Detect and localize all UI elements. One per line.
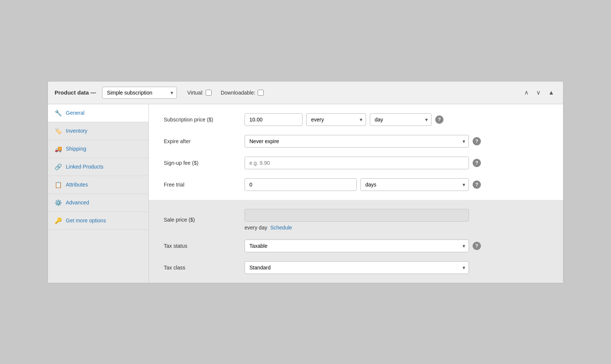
product-data-panel: Product data — Simple subscription Virtu… [47, 81, 564, 283]
subscription-price-label: Subscription price ($) [164, 117, 239, 123]
tax-status-controls: Taxable ? [245, 240, 548, 252]
header-arrows: ∧ ∨ ▲ [522, 87, 556, 98]
wrench-icon: 🔧 [55, 109, 62, 117]
arrow-down-button[interactable]: ∨ [534, 87, 543, 98]
sidebar-item-attributes[interactable]: 📋 Attributes [48, 176, 148, 194]
product-data-header: Product data — Simple subscription Virtu… [48, 81, 563, 104]
every-day-text: every day [245, 225, 267, 231]
schedule-link[interactable]: Schedule [270, 225, 292, 231]
subscription-price-controls: every day ? [245, 113, 548, 126]
free-trial-label: Free trial [164, 182, 239, 188]
sale-price-row: Sale price ($) every day Schedule [164, 209, 548, 231]
expire-after-help-icon[interactable]: ? [473, 137, 481, 145]
free-trial-controls: days ? [245, 178, 548, 191]
main-content: 🔧 General 🏷️ Inventory 🚚 Shipping 🔗 Link… [48, 104, 563, 283]
tax-status-label: Tax status [164, 243, 239, 249]
downloadable-checkbox-label[interactable]: Downloadable: [221, 90, 264, 96]
sidebar-item-linked-products[interactable]: 🔗 Linked Products [48, 158, 148, 176]
sale-section: Sale price ($) every day Schedule Tax st… [149, 200, 563, 283]
sidebar-item-get-more-options[interactable]: 🔑 Get more options [48, 212, 148, 230]
sidebar-label-linked-products: Linked Products [66, 164, 103, 170]
days-select-wrapper[interactable]: days [360, 178, 469, 191]
sidebar-item-advanced[interactable]: ⚙️ Advanced [48, 194, 148, 212]
inventory-icon: 🏷️ [55, 127, 62, 135]
tax-status-help-icon[interactable]: ? [473, 242, 481, 250]
key-icon: 🔑 [55, 217, 62, 224]
expire-after-select[interactable]: Never expire [245, 135, 469, 148]
signup-fee-controls: ? [245, 157, 548, 169]
sidebar-label-advanced: Advanced [66, 200, 89, 206]
subscription-price-row: Subscription price ($) every day [164, 113, 548, 126]
attributes-icon: 📋 [55, 181, 62, 188]
every-select-wrapper[interactable]: every [306, 113, 366, 126]
tax-class-row: Tax class Standard [164, 261, 548, 274]
product-type-wrapper[interactable]: Simple subscription [102, 87, 177, 99]
tax-class-label: Tax class [164, 265, 239, 271]
sidebar-label-attributes: Attributes [66, 182, 88, 188]
shipping-icon: 🚚 [55, 145, 62, 152]
signup-fee-input[interactable] [245, 157, 469, 169]
sidebar-label-general: General [66, 110, 85, 116]
sidebar-label-inventory: Inventory [66, 128, 87, 134]
signup-fee-label: Sign-up fee ($) [164, 160, 239, 166]
subscription-price-help-icon[interactable]: ? [435, 115, 443, 124]
signup-fee-row: Sign-up fee ($) ? [164, 157, 548, 169]
tax-status-select[interactable]: Taxable [245, 240, 469, 252]
tax-class-select-wrapper[interactable]: Standard [245, 261, 469, 274]
subscription-price-input[interactable] [245, 113, 303, 126]
day-select-wrapper[interactable]: day [370, 113, 432, 126]
collapse-button[interactable]: ▲ [546, 88, 556, 98]
sidebar-label-get-more-options: Get more options [66, 218, 106, 223]
advanced-icon: ⚙️ [55, 199, 62, 206]
expire-after-row: Expire after Never expire ? [164, 135, 548, 148]
free-trial-input[interactable] [245, 178, 357, 191]
signup-fee-help-icon[interactable]: ? [473, 159, 481, 167]
virtual-checkbox-label[interactable]: Virtual: [187, 90, 212, 96]
product-data-title: Product data — [55, 89, 96, 96]
virtual-downloadable-group: Virtual: Downloadable: [187, 90, 264, 96]
downloadable-checkbox[interactable] [258, 90, 264, 96]
sale-price-input[interactable] [245, 209, 469, 222]
tax-status-select-wrapper[interactable]: Taxable [245, 240, 469, 252]
free-trial-row: Free trial days ? [164, 178, 548, 191]
free-trial-help-icon[interactable]: ? [473, 181, 481, 189]
sidebar: 🔧 General 🏷️ Inventory 🚚 Shipping 🔗 Link… [48, 104, 149, 283]
expire-after-select-wrapper[interactable]: Never expire [245, 135, 469, 148]
content-panel: Subscription price ($) every day [149, 104, 563, 283]
tax-class-select[interactable]: Standard [245, 261, 469, 274]
sidebar-item-shipping[interactable]: 🚚 Shipping [48, 140, 148, 158]
expire-after-label: Expire after [164, 138, 239, 144]
virtual-checkbox[interactable] [206, 90, 212, 96]
sale-price-label: Sale price ($) [164, 217, 239, 223]
arrow-up-button[interactable]: ∧ [522, 87, 531, 98]
tax-status-row: Tax status Taxable ? [164, 240, 548, 252]
link-icon: 🔗 [55, 163, 62, 170]
product-type-select[interactable]: Simple subscription [102, 87, 177, 99]
days-select[interactable]: days [360, 178, 469, 191]
sidebar-label-shipping: Shipping [66, 146, 86, 152]
day-select[interactable]: day [370, 113, 432, 126]
every-select[interactable]: every [306, 113, 366, 126]
sidebar-item-general[interactable]: 🔧 General [48, 104, 148, 122]
expire-after-controls: Never expire ? [245, 135, 548, 148]
downloadable-label: Downloadable: [221, 90, 255, 96]
subscription-section: Subscription price ($) every day [149, 104, 563, 200]
sidebar-item-inventory[interactable]: 🏷️ Inventory [48, 122, 148, 140]
sale-price-controls: every day Schedule [245, 209, 548, 231]
tax-class-controls: Standard [245, 261, 548, 274]
virtual-label: Virtual: [187, 90, 203, 96]
